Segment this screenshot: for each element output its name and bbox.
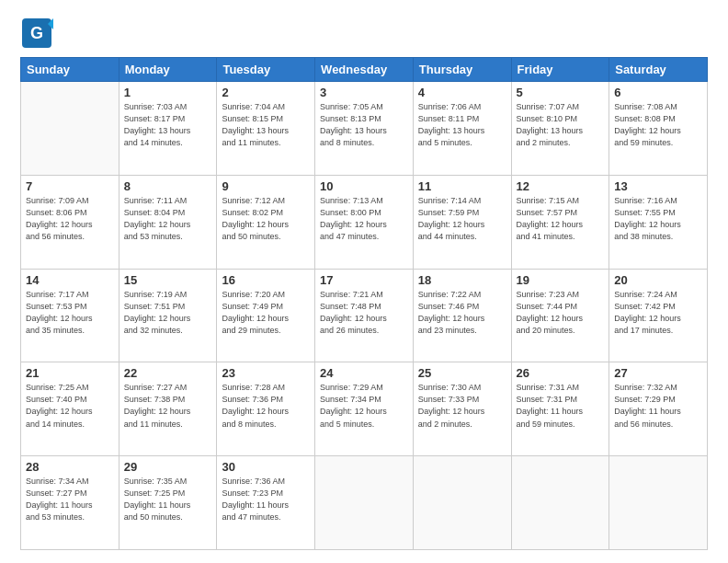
week-row-2: 14Sunrise: 7:17 AM Sunset: 7:53 PM Dayli…	[21, 269, 708, 362]
day-header-monday: Monday	[119, 58, 217, 82]
calendar-table: SundayMondayTuesdayWednesdayThursdayFrid…	[20, 57, 708, 550]
day-info: Sunrise: 7:34 AM Sunset: 7:27 PM Dayligh…	[26, 476, 114, 523]
calendar-cell: 29Sunrise: 7:35 AM Sunset: 7:25 PM Dayli…	[119, 456, 217, 550]
calendar-cell: 10Sunrise: 7:13 AM Sunset: 8:00 PM Dayli…	[315, 175, 414, 269]
day-number: 7	[26, 179, 114, 193]
day-info: Sunrise: 7:20 AM Sunset: 7:49 PM Dayligh…	[222, 289, 310, 337]
day-number: 15	[124, 273, 212, 287]
day-info: Sunrise: 7:07 AM Sunset: 8:10 PM Dayligh…	[517, 101, 605, 149]
day-number: 27	[614, 366, 702, 380]
calendar-cell: 22Sunrise: 7:27 AM Sunset: 7:38 PM Dayli…	[119, 362, 217, 456]
calendar-cell: 27Sunrise: 7:32 AM Sunset: 7:29 PM Dayli…	[609, 362, 708, 456]
calendar-cell: 16Sunrise: 7:20 AM Sunset: 7:49 PM Dayli…	[217, 269, 315, 362]
day-info: Sunrise: 7:27 AM Sunset: 7:38 PM Dayligh…	[124, 382, 212, 430]
day-info: Sunrise: 7:22 AM Sunset: 7:46 PM Dayligh…	[418, 289, 506, 337]
calendar-cell: 17Sunrise: 7:21 AM Sunset: 7:48 PM Dayli…	[315, 269, 414, 362]
day-number: 14	[26, 273, 114, 287]
calendar-cell: 11Sunrise: 7:14 AM Sunset: 7:59 PM Dayli…	[413, 175, 511, 269]
calendar-cell: 20Sunrise: 7:24 AM Sunset: 7:42 PM Dayli…	[609, 269, 708, 362]
day-info: Sunrise: 7:28 AM Sunset: 7:36 PM Dayligh…	[222, 382, 310, 430]
calendar-cell: 12Sunrise: 7:15 AM Sunset: 7:57 PM Dayli…	[511, 175, 609, 269]
day-number: 26	[517, 366, 605, 380]
day-number: 28	[26, 460, 114, 474]
calendar-cell: 28Sunrise: 7:34 AM Sunset: 7:27 PM Dayli…	[21, 456, 119, 550]
day-number: 10	[320, 179, 408, 193]
day-info: Sunrise: 7:09 AM Sunset: 8:06 PM Dayligh…	[26, 195, 114, 243]
day-info: Sunrise: 7:05 AM Sunset: 8:13 PM Dayligh…	[320, 101, 408, 149]
day-info: Sunrise: 7:21 AM Sunset: 7:48 PM Dayligh…	[320, 289, 408, 337]
day-number: 6	[614, 86, 702, 99]
week-row-1: 7Sunrise: 7:09 AM Sunset: 8:06 PM Daylig…	[21, 175, 708, 269]
day-number: 30	[222, 460, 310, 474]
day-header-friday: Friday	[511, 58, 609, 82]
day-number: 1	[124, 86, 212, 99]
calendar-header-row: SundayMondayTuesdayWednesdayThursdayFrid…	[21, 58, 708, 82]
calendar-cell	[21, 82, 119, 176]
day-header-saturday: Saturday	[609, 58, 708, 82]
day-number: 11	[418, 179, 506, 193]
day-info: Sunrise: 7:03 AM Sunset: 8:17 PM Dayligh…	[124, 101, 212, 149]
day-number: 3	[320, 86, 408, 99]
calendar-cell	[413, 456, 511, 550]
calendar-cell: 23Sunrise: 7:28 AM Sunset: 7:36 PM Dayli…	[217, 362, 315, 456]
day-number: 18	[418, 273, 506, 287]
calendar-cell: 18Sunrise: 7:22 AM Sunset: 7:46 PM Dayli…	[413, 269, 511, 362]
week-row-0: 1Sunrise: 7:03 AM Sunset: 8:17 PM Daylig…	[21, 82, 708, 176]
calendar-cell: 25Sunrise: 7:30 AM Sunset: 7:33 PM Dayli…	[413, 362, 511, 456]
week-row-4: 28Sunrise: 7:34 AM Sunset: 7:27 PM Dayli…	[21, 456, 708, 550]
calendar-cell: 21Sunrise: 7:25 AM Sunset: 7:40 PM Dayli…	[21, 362, 119, 456]
svg-text:G: G	[30, 24, 43, 42]
calendar-cell: 8Sunrise: 7:11 AM Sunset: 8:04 PM Daylig…	[119, 175, 217, 269]
day-header-sunday: Sunday	[21, 58, 119, 82]
day-info: Sunrise: 7:06 AM Sunset: 8:11 PM Dayligh…	[418, 101, 506, 149]
day-number: 23	[222, 366, 310, 380]
day-number: 5	[517, 86, 605, 99]
calendar-cell: 3Sunrise: 7:05 AM Sunset: 8:13 PM Daylig…	[315, 82, 414, 176]
day-number: 13	[614, 179, 702, 193]
calendar-cell: 4Sunrise: 7:06 AM Sunset: 8:11 PM Daylig…	[413, 82, 511, 176]
week-row-3: 21Sunrise: 7:25 AM Sunset: 7:40 PM Dayli…	[21, 362, 708, 456]
day-info: Sunrise: 7:32 AM Sunset: 7:29 PM Dayligh…	[614, 382, 702, 430]
day-info: Sunrise: 7:23 AM Sunset: 7:44 PM Dayligh…	[517, 289, 605, 337]
day-info: Sunrise: 7:31 AM Sunset: 7:31 PM Dayligh…	[517, 382, 605, 430]
day-info: Sunrise: 7:29 AM Sunset: 7:34 PM Dayligh…	[320, 382, 408, 430]
calendar-cell: 13Sunrise: 7:16 AM Sunset: 7:55 PM Dayli…	[609, 175, 708, 269]
day-header-thursday: Thursday	[413, 58, 511, 82]
day-info: Sunrise: 7:17 AM Sunset: 7:53 PM Dayligh…	[26, 289, 114, 337]
day-number: 22	[124, 366, 212, 380]
calendar-cell: 26Sunrise: 7:31 AM Sunset: 7:31 PM Dayli…	[511, 362, 609, 456]
calendar-cell	[609, 456, 708, 550]
day-info: Sunrise: 7:13 AM Sunset: 8:00 PM Dayligh…	[320, 195, 408, 243]
day-number: 17	[320, 273, 408, 287]
day-number: 9	[222, 179, 310, 193]
calendar-cell: 5Sunrise: 7:07 AM Sunset: 8:10 PM Daylig…	[511, 82, 609, 176]
day-number: 2	[222, 86, 310, 99]
day-info: Sunrise: 7:08 AM Sunset: 8:08 PM Dayligh…	[614, 101, 702, 149]
calendar-cell	[315, 456, 414, 550]
day-number: 24	[320, 366, 408, 380]
calendar-cell: 15Sunrise: 7:19 AM Sunset: 7:51 PM Dayli…	[119, 269, 217, 362]
header: G	[20, 17, 708, 50]
logo: G	[20, 17, 57, 50]
day-header-wednesday: Wednesday	[315, 58, 414, 82]
day-number: 21	[26, 366, 114, 380]
day-number: 19	[517, 273, 605, 287]
day-info: Sunrise: 7:12 AM Sunset: 8:02 PM Dayligh…	[222, 195, 310, 243]
day-number: 4	[418, 86, 506, 99]
day-number: 8	[124, 179, 212, 193]
day-info: Sunrise: 7:25 AM Sunset: 7:40 PM Dayligh…	[26, 382, 114, 430]
day-info: Sunrise: 7:35 AM Sunset: 7:25 PM Dayligh…	[124, 476, 212, 523]
day-info: Sunrise: 7:19 AM Sunset: 7:51 PM Dayligh…	[124, 289, 212, 337]
page: G SundayMondayTuesdayWednesdayThursdayFr…	[0, 0, 728, 563]
day-info: Sunrise: 7:36 AM Sunset: 7:23 PM Dayligh…	[222, 476, 310, 523]
calendar-cell: 7Sunrise: 7:09 AM Sunset: 8:06 PM Daylig…	[21, 175, 119, 269]
day-info: Sunrise: 7:15 AM Sunset: 7:57 PM Dayligh…	[517, 195, 605, 243]
calendar-cell: 6Sunrise: 7:08 AM Sunset: 8:08 PM Daylig…	[609, 82, 708, 176]
calendar-cell: 24Sunrise: 7:29 AM Sunset: 7:34 PM Dayli…	[315, 362, 414, 456]
day-number: 25	[418, 366, 506, 380]
calendar-cell: 14Sunrise: 7:17 AM Sunset: 7:53 PM Dayli…	[21, 269, 119, 362]
calendar-cell	[511, 456, 609, 550]
day-info: Sunrise: 7:24 AM Sunset: 7:42 PM Dayligh…	[614, 289, 702, 337]
day-info: Sunrise: 7:04 AM Sunset: 8:15 PM Dayligh…	[222, 101, 310, 149]
day-header-tuesday: Tuesday	[217, 58, 315, 82]
